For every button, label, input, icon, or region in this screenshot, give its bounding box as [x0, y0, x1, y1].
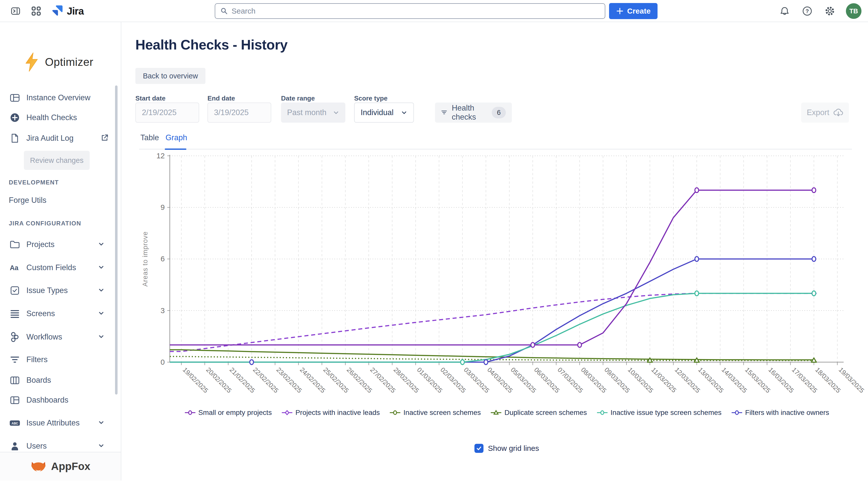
chevron-down-icon	[97, 263, 105, 272]
svg-text:ABC: ABC	[11, 422, 18, 425]
circle-legend-marker-icon	[184, 410, 196, 416]
page-title: Health Checks - History	[135, 37, 287, 53]
document-icon	[9, 133, 20, 144]
filter-icon	[441, 108, 447, 117]
sidebar-item-dashboards[interactable]: Dashboards	[0, 392, 114, 408]
main-content: Health Checks - History Back to overview…	[121, 22, 868, 481]
appfox-fox-icon	[30, 460, 46, 473]
svg-text:3: 3	[160, 306, 165, 314]
triangle-legend-marker-icon	[490, 410, 502, 416]
sidebar-scrollbar[interactable]	[115, 85, 118, 395]
tab-divider	[139, 149, 852, 150]
appfox-footer: AppFox	[0, 452, 121, 481]
plus-circle-icon	[9, 112, 20, 123]
sidebar-item-filters[interactable]: Filters	[0, 352, 114, 367]
back-to-overview-button[interactable]: Back to overview	[135, 68, 206, 84]
section-development: DEVELOPMENT	[9, 179, 59, 186]
optimizer-sidebar: Optimizer Instance Overview Health Check…	[0, 22, 121, 481]
circle-legend-marker-icon	[596, 410, 608, 416]
tab-table[interactable]: Table	[141, 133, 159, 142]
chevron-down-icon	[97, 240, 105, 249]
legend-item[interactable]: Small or empty projects	[184, 409, 272, 417]
legend-item[interactable]: Inactive issue type screen schemes	[596, 409, 721, 417]
sidebar-item-screens[interactable]: Screens	[0, 306, 114, 322]
sidebar-item-boards[interactable]: Boards	[0, 372, 114, 388]
abc-badge-icon: ABC	[9, 417, 20, 428]
svg-text:9: 9	[160, 203, 165, 211]
chevron-down-icon	[97, 309, 105, 318]
checkbox-checked-icon[interactable]	[474, 444, 484, 453]
plus-icon	[616, 7, 624, 15]
svg-text:12: 12	[156, 152, 165, 160]
user-avatar[interactable]: TB	[846, 3, 862, 19]
sidebar-item-custom-fields[interactable]: Aa Custom Fields	[0, 260, 114, 275]
chevron-down-icon	[401, 109, 407, 116]
jira-logo[interactable]: Jira	[50, 4, 84, 18]
jira-logo-text: Jira	[67, 5, 84, 17]
sidebar-item-workflows[interactable]: Workflows	[0, 329, 114, 345]
date-range-label: Date range	[281, 94, 315, 102]
svg-text:?: ?	[805, 8, 809, 14]
history-chart[interactable]: 19/02/202520/02/202521/02/202522/02/2025…	[121, 151, 868, 409]
end-date-input[interactable]: 3/19/2025	[208, 102, 271, 123]
legend-item[interactable]: Filters with inactive owners	[731, 409, 829, 417]
sidebar-item-issue-types[interactable]: Issue Types	[0, 283, 114, 298]
columns-icon	[9, 375, 20, 386]
settings-gear-icon[interactable]	[823, 4, 836, 18]
chevron-down-icon	[97, 286, 105, 295]
external-link-icon	[100, 133, 109, 143]
diamond-legend-marker-icon	[281, 410, 293, 416]
svg-text:Areas to improve: Areas to improve	[142, 231, 149, 287]
section-jira-configuration: JIRA CONFIGURATION	[9, 220, 81, 227]
chevron-down-icon	[97, 333, 105, 341]
search-icon	[220, 7, 228, 15]
search-input[interactable]	[231, 7, 600, 15]
app-name: Optimizer	[45, 56, 93, 68]
appfox-brand-text: AppFox	[51, 460, 90, 473]
lightning-bolt-icon	[24, 52, 39, 72]
panel-layout-icon	[9, 92, 20, 103]
show-grid-lines-toggle[interactable]: Show grid lines	[474, 444, 539, 453]
health-checks-filter-button[interactable]: Health checks 6	[435, 102, 512, 123]
legend-item[interactable]: Projects with inactive leads	[281, 409, 380, 417]
notifications-bell-icon[interactable]	[778, 4, 791, 18]
sidebar-item-health-checks[interactable]: Health Checks	[0, 110, 114, 125]
lines-icon	[9, 308, 20, 319]
export-button[interactable]: Export	[801, 102, 849, 123]
sidebar-item-projects[interactable]: Projects	[0, 237, 114, 252]
chevron-down-icon	[97, 442, 105, 450]
checkbox-icon	[9, 285, 20, 296]
app-switcher-icon[interactable]	[30, 4, 43, 18]
legend-item[interactable]: Inactive screen schemes	[389, 409, 481, 417]
folder-icon	[9, 239, 20, 250]
create-button[interactable]: Create	[609, 3, 657, 19]
sidebar-item-users[interactable]: Users	[0, 438, 114, 454]
svg-text:Aa: Aa	[10, 264, 19, 272]
sidebar-item-instance-overview[interactable]: Instance Overview	[0, 90, 114, 106]
legend-label: Inactive issue type screen schemes	[611, 409, 721, 417]
help-icon[interactable]: ?	[801, 4, 814, 18]
score-type-label: Score type	[354, 94, 388, 102]
sidebar-toggle-button[interactable]	[9, 4, 22, 18]
score-type-select[interactable]: Individual	[354, 102, 414, 123]
svg-text:0: 0	[160, 358, 165, 366]
chart-legend: Small or empty projectsProjects with ina…	[170, 409, 844, 417]
sidebar-item-issue-attributes[interactable]: ABC Issue Attributes	[0, 415, 114, 431]
chevron-down-icon	[333, 109, 339, 116]
top-bar: Jira Create ?	[0, 0, 868, 22]
tab-graph[interactable]: Graph	[165, 133, 187, 142]
end-date-label: End date	[208, 94, 235, 102]
cloud-download-icon	[833, 108, 843, 117]
dashboard-icon	[9, 395, 20, 405]
legend-label: Small or empty projects	[198, 409, 272, 417]
review-changes-button[interactable]: Review changes	[24, 151, 90, 170]
sidebar-item-jira-audit-log[interactable]: Jira Audit Log	[0, 130, 114, 146]
legend-item[interactable]: Duplicate screen schemes	[490, 409, 587, 417]
legend-label: Duplicate screen schemes	[504, 409, 587, 417]
search-bar[interactable]	[215, 3, 605, 19]
active-tab-indicator	[165, 149, 186, 150]
health-checks-count-badge: 6	[492, 107, 506, 118]
sidebar-item-forge-utils[interactable]: Forge Utils	[0, 192, 114, 208]
start-date-input[interactable]: 2/19/2025	[135, 102, 199, 123]
date-range-select[interactable]: Past month	[281, 102, 345, 123]
